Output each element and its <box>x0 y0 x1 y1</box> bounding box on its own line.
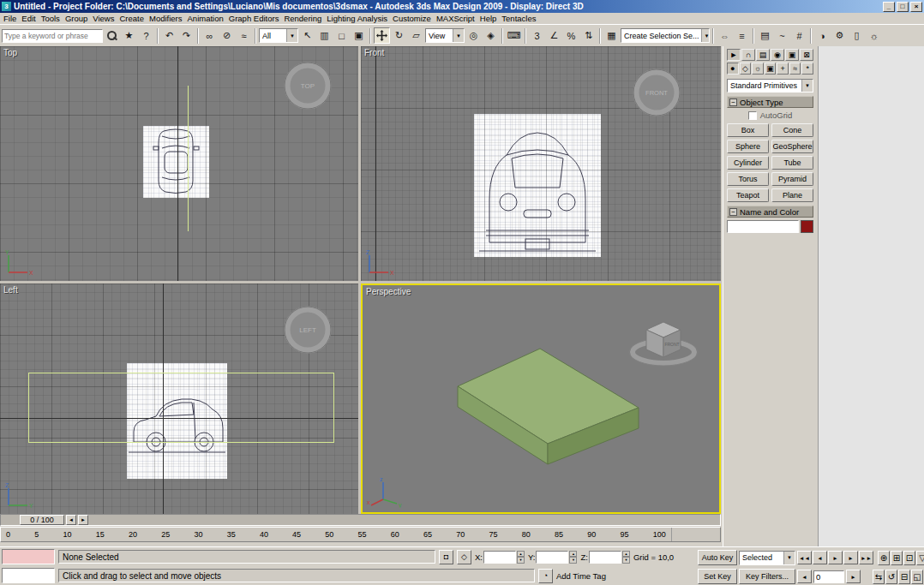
tab-create-icon[interactable]: ► <box>727 49 741 61</box>
layer-manager-icon[interactable]: ▤ <box>757 27 773 44</box>
viewport-label-front[interactable]: Front <box>364 48 384 57</box>
menu-item[interactable]: Customize <box>390 14 434 23</box>
menu-item[interactable]: File <box>1 14 19 23</box>
next-frame-icon[interactable]: ► <box>843 551 858 564</box>
category-spacewarps-icon[interactable]: ≈ <box>789 63 801 75</box>
zoom-all-icon[interactable]: ⊞ <box>891 551 903 565</box>
previous-frame-icon[interactable]: ◄ <box>813 551 827 564</box>
material-editor-icon[interactable]: ◑ <box>814 27 831 44</box>
viewport-label-left[interactable]: Left <box>3 285 18 295</box>
viewport-label-top[interactable]: Top <box>3 48 17 57</box>
primitive-button[interactable]: Plane <box>771 188 813 202</box>
menu-item[interactable]: MAXScript <box>434 14 477 23</box>
next-frame-arrow[interactable]: ► <box>78 515 88 525</box>
keyboard-override-icon[interactable]: ⌨ <box>506 27 522 44</box>
menu-item[interactable]: Help <box>477 14 500 23</box>
infocenter-search-input[interactable] <box>2 29 103 43</box>
menu-item[interactable]: Graph Editors <box>226 14 282 23</box>
menu-item[interactable]: Views <box>90 14 117 23</box>
tab-utilities-icon[interactable]: ⊠ <box>800 49 813 61</box>
help-icon[interactable]: ? <box>138 27 154 44</box>
z-coordinate-field[interactable] <box>589 551 621 564</box>
schematic-view-icon[interactable]: # <box>791 27 807 44</box>
zoom-extents-all-icon[interactable]: ⊟ <box>898 570 910 584</box>
name-color-rollout[interactable]: − Name and Color <box>727 206 813 218</box>
viewport-front[interactable]: Front FRONT Z X <box>361 46 721 281</box>
primitive-button[interactable]: Cylinder <box>727 156 769 170</box>
named-selection-dropdown[interactable]: Create Selection Se... ▼ <box>621 28 710 43</box>
autogrid-checkbox[interactable] <box>748 111 757 120</box>
maximize-button[interactable]: □ <box>897 2 909 12</box>
go-to-end-icon[interactable]: ►► <box>859 551 873 564</box>
render-setup-icon[interactable]: ⚙ <box>831 27 848 44</box>
select-move-icon[interactable] <box>374 27 390 44</box>
tab-motion-icon[interactable]: ◉ <box>771 49 784 61</box>
primitives-dropdown[interactable]: Standard Primitives ▼ <box>727 79 813 93</box>
menu-item[interactable]: Edit <box>19 14 38 23</box>
category-systems-icon[interactable]: * <box>801 63 813 75</box>
menu-item[interactable]: Modifiers <box>147 14 185 23</box>
field-of-view-icon[interactable]: ▽ <box>916 551 924 565</box>
maxscript-mini-listener-input[interactable] <box>2 568 55 583</box>
primitive-button[interactable]: Tube <box>771 156 813 170</box>
select-scale-icon[interactable]: ▱ <box>408 27 424 44</box>
object-color-swatch[interactable] <box>801 220 813 233</box>
pan-icon[interactable]: ⇆ <box>873 570 885 584</box>
menu-item[interactable]: Rendering <box>281 14 324 23</box>
viewcube-left[interactable]: LEFT <box>278 306 338 359</box>
spinner-snap-icon[interactable]: ⇅ <box>580 27 597 44</box>
use-center-icon[interactable]: ◎ <box>465 27 482 44</box>
named-selection-sets-icon[interactable]: ▦ <box>603 27 620 44</box>
add-time-tag-label[interactable]: Add Time Tag <box>556 571 606 581</box>
category-cameras-icon[interactable]: ▣ <box>765 63 777 75</box>
select-object-icon[interactable]: ↖ <box>299 27 315 44</box>
menu-item[interactable]: Animation <box>185 14 226 23</box>
primitive-button[interactable]: Box <box>727 123 769 137</box>
primitive-button[interactable]: Cone <box>771 123 813 137</box>
primitive-button[interactable]: Torus <box>727 172 769 186</box>
redo-icon[interactable]: ↷ <box>178 27 195 44</box>
next-key-icon[interactable]: ► <box>846 570 861 583</box>
menu-item[interactable]: Tentacles <box>499 14 538 23</box>
x-coordinate-field[interactable] <box>483 551 516 564</box>
selection-filter-dropdown[interactable]: All ▼ <box>259 28 298 43</box>
curve-editor-icon[interactable]: ~ <box>774 27 790 44</box>
spinner-icon[interactable]: ▲▼ <box>569 551 577 564</box>
time-slider-handle[interactable]: 0 / 100 <box>20 515 64 525</box>
select-by-name-icon[interactable]: ▥ <box>316 27 333 44</box>
snap-toggle-icon[interactable]: 3 <box>529 27 545 44</box>
quick-render-icon[interactable]: ☼ <box>866 27 882 44</box>
track-bar[interactable]: 0510152025303540455055606570758085909510… <box>0 527 721 542</box>
category-geometry-icon[interactable]: ● <box>727 63 739 75</box>
favorites-star-icon[interactable]: ★ <box>121 27 137 44</box>
previous-key-icon[interactable]: ◄ <box>797 570 812 583</box>
arc-rotate-icon[interactable]: ↺ <box>885 570 897 584</box>
rendered-frame-icon[interactable]: ▯ <box>849 27 865 44</box>
viewcube-top[interactable]: TOP <box>278 62 338 115</box>
viewport-perspective[interactable]: Perspective FRONT z x y <box>361 284 721 514</box>
previous-frame-arrow[interactable]: ◄ <box>66 515 76 525</box>
bind-spacewarp-icon[interactable]: ≈ <box>236 27 252 44</box>
selection-set-dropdown[interactable]: Selected ▼ <box>739 551 795 565</box>
angle-snap-icon[interactable]: ∠ <box>546 27 562 44</box>
tab-modify-icon[interactable]: ∩ <box>741 49 755 61</box>
zoom-icon[interactable]: ⊕ <box>878 551 890 565</box>
select-manipulate-icon[interactable]: ◈ <box>483 27 499 44</box>
key-filters-button[interactable]: Key Filters... <box>739 569 795 584</box>
category-helpers-icon[interactable]: + <box>777 63 789 75</box>
time-tag-icon[interactable]: ◔ <box>538 569 553 583</box>
viewport-left[interactable]: Left LEFT Z Y <box>0 284 358 514</box>
percent-snap-icon[interactable]: % <box>563 27 579 44</box>
spinner-icon[interactable]: ▲▼ <box>622 551 630 564</box>
select-link-icon[interactable]: ∞ <box>201 27 218 44</box>
maximize-viewport-icon[interactable]: ◱ <box>911 570 923 584</box>
selection-region-icon[interactable]: □ <box>333 27 350 44</box>
menu-item[interactable]: Lighting Analysis <box>324 14 390 23</box>
object-name-input[interactable] <box>727 220 799 233</box>
maxscript-mini-listener[interactable] <box>2 549 55 564</box>
viewport-top[interactable]: Top TOP Y X <box>0 46 358 281</box>
time-slider[interactable]: 0 / 100 ◄ ► <box>0 514 721 526</box>
window-crossing-icon[interactable]: ▣ <box>351 27 367 44</box>
menu-item[interactable]: Tools <box>39 14 63 23</box>
mirror-icon[interactable]: ⇔ <box>717 27 733 44</box>
